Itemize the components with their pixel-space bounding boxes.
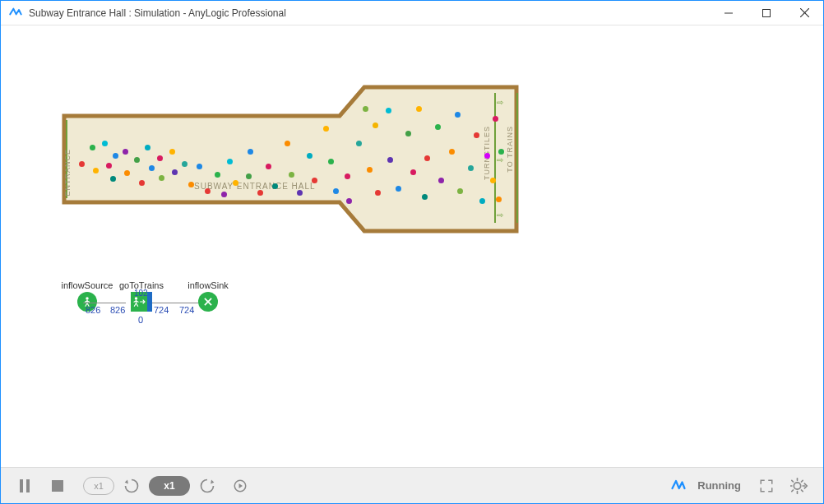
- pedestrian-dot: [227, 159, 233, 164]
- pedestrian-dot: [416, 106, 422, 112]
- realtime-speed-button[interactable]: x1: [83, 477, 114, 495]
- maximize-button[interactable]: [748, 1, 785, 25]
- pedestrian-dot: [139, 180, 145, 186]
- pedestrian-dot: [90, 145, 95, 150]
- svg-rect-10: [26, 479, 30, 492]
- pedestrian-dot: [346, 198, 352, 204]
- pedestrian-dot: [367, 167, 373, 173]
- pedestrian-dot: [496, 197, 502, 202]
- pedestrian-dot: [363, 106, 368, 112]
- pedestrian-dot: [285, 141, 290, 146]
- port-count: 826: [86, 305, 100, 315]
- speed-up-button[interactable]: [192, 471, 223, 501]
- pedestrian-dot: [124, 170, 130, 176]
- app-window: Subway Entrance Hall : Simulation - AnyL…: [0, 0, 824, 504]
- pedestrian-dot: [205, 188, 211, 194]
- pedestrian-dot: [221, 192, 227, 197]
- pedestrian-dot: [159, 175, 164, 181]
- pedestrian-dot: [333, 188, 339, 194]
- pedestrian-dot: [422, 194, 428, 200]
- pedestrian-dot: [93, 168, 99, 173]
- pedestrian-dot: [498, 149, 504, 155]
- pedestrian-dot: [438, 178, 444, 183]
- pedestrian-dot: [455, 112, 461, 118]
- port-count: 724: [179, 305, 194, 315]
- stop-button[interactable]: [42, 471, 73, 501]
- block-bottom-count: 0: [138, 315, 143, 325]
- slow-down-button[interactable]: [116, 471, 147, 501]
- pedestrian-dot: [197, 164, 202, 169]
- block-label: inflowSink: [183, 280, 233, 290]
- block-inside-count: 102: [134, 289, 148, 298]
- pedestrian-dot: [307, 153, 312, 159]
- pedestrian-dot: [424, 155, 430, 161]
- close-button[interactable]: [785, 1, 823, 25]
- pedestrian-dot: [410, 169, 416, 175]
- svg-rect-11: [52, 480, 63, 492]
- port-count: 826: [110, 305, 125, 315]
- svg-rect-9: [20, 479, 23, 492]
- developer-panel-button[interactable]: [784, 471, 815, 501]
- ped-sink-icon: [198, 292, 218, 312]
- pedestrian-dot: [110, 176, 116, 182]
- pedestrian-dot: [373, 123, 378, 128]
- block-label: inflowSource: [58, 280, 116, 290]
- pedestrian-dot: [493, 116, 498, 122]
- pause-button[interactable]: [9, 471, 40, 501]
- minimize-button[interactable]: [710, 1, 748, 25]
- control-bar: x1 x1 Running: [1, 467, 823, 503]
- pedestrian-dot: [266, 164, 271, 169]
- pedestrian-dot: [328, 159, 334, 164]
- pedestrian-dot: [248, 149, 253, 155]
- pedestrian-dot: [246, 173, 252, 179]
- window-title: Subway Entrance Hall : Simulation - AnyL…: [29, 7, 286, 19]
- pedestrian-dot: [405, 131, 411, 136]
- pedestrian-dot: [356, 141, 362, 146]
- pedestrian-dot: [113, 153, 118, 159]
- pedestrian-dot: [149, 165, 155, 171]
- simulation-status: Running: [697, 479, 741, 492]
- pedestrian-dot: [272, 183, 278, 189]
- pedestrian-dot: [169, 149, 175, 155]
- pedestrian-dot: [215, 172, 220, 178]
- pedestrian-dot: [79, 161, 85, 167]
- pedestrian-dot: [396, 186, 401, 192]
- pedestrian-dot: [102, 141, 108, 146]
- pedestrian-dot: [233, 180, 238, 186]
- pedestrian-dot: [449, 149, 455, 155]
- pedestrian-dot: [490, 178, 496, 183]
- pedestrian-dot: [134, 157, 140, 163]
- port-count: 724: [154, 305, 169, 315]
- pedestrian-layer: [1, 25, 823, 467]
- pedestrian-dot: [123, 149, 128, 155]
- pedestrian-dot: [188, 182, 194, 187]
- pedestrian-dot: [289, 172, 294, 178]
- step-forward-button[interactable]: [225, 471, 256, 501]
- simulation-canvas[interactable]: SUBWAY ENTRANCE HALL ENTRANCE TURNSTILES…: [1, 25, 823, 467]
- pedestrian-dot: [323, 126, 329, 132]
- pedestrian-dot: [145, 145, 150, 150]
- titlebar: Subway Entrance Hall : Simulation - AnyL…: [1, 1, 823, 25]
- anylogic-brand-icon: [669, 479, 687, 493]
- pedestrian-dot: [106, 163, 112, 169]
- svg-point-13: [794, 482, 800, 488]
- pedestrian-dot: [386, 108, 391, 113]
- pedestrian-dot: [479, 198, 485, 204]
- pedestrian-dot: [484, 153, 490, 159]
- pedestrian-dot: [387, 157, 393, 163]
- pedestrian-dot: [435, 124, 441, 130]
- speed-indicator[interactable]: x1: [149, 476, 190, 496]
- pedestrian-dot: [457, 188, 463, 194]
- pedestrian-dot: [172, 169, 178, 175]
- pedestrian-dot: [345, 173, 350, 179]
- pedestrian-dot: [312, 178, 317, 183]
- fullscreen-button[interactable]: [751, 471, 782, 501]
- pedestrian-dot: [297, 190, 303, 196]
- svg-point-5: [86, 297, 89, 300]
- pedestrian-dot: [257, 190, 263, 196]
- flowchart: inflowSource 826 goToTrains 826 102 724 …: [58, 280, 248, 330]
- pedestrian-dot: [375, 190, 381, 196]
- pedestrian-dot: [468, 165, 474, 171]
- app-logo-icon: [9, 7, 22, 20]
- svg-rect-1: [763, 9, 771, 16]
